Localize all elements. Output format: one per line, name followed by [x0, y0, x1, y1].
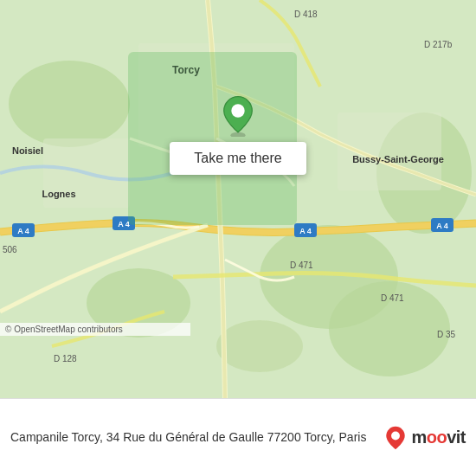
svg-text:D 128: D 128	[54, 354, 77, 363]
address-text: Campanile Torcy, 34 Rue du Général de Ga…	[10, 429, 375, 447]
location-pin-icon	[217, 95, 259, 137]
map-copyright: © OpenStreetMap contributors	[0, 323, 190, 336]
svg-point-31	[231, 104, 244, 117]
map-container[interactable]: A 4 A 4 A 4 A 4 D 418 D 217b D 471 D 471…	[0, 0, 476, 398]
moovit-logo: moovit	[383, 426, 466, 450]
svg-text:Lognes: Lognes	[42, 189, 75, 199]
svg-text:D 35: D 35	[437, 330, 456, 339]
svg-text:A 4: A 4	[17, 227, 29, 235]
svg-point-1	[9, 61, 130, 147]
svg-text:A 4: A 4	[118, 220, 130, 228]
svg-text:A 4: A 4	[436, 222, 448, 230]
svg-text:D 471: D 471	[381, 293, 404, 303]
svg-text:D 471: D 471	[290, 261, 313, 270]
svg-point-32	[391, 431, 400, 440]
svg-point-6	[216, 320, 303, 372]
address-label: Campanile Torcy, 34 Rue du Général de Ga…	[10, 430, 366, 444]
svg-text:D 418: D 418	[294, 10, 318, 19]
svg-text:Noisiel: Noisiel	[12, 145, 43, 156]
svg-text:A 4: A 4	[299, 227, 312, 235]
map-svg: A 4 A 4 A 4 A 4 D 418 D 217b D 471 D 471…	[0, 0, 476, 398]
svg-text:Bussy-Saint-George: Bussy-Saint-George	[352, 154, 444, 164]
moovit-pin-icon	[383, 426, 408, 450]
take-me-there-button[interactable]: Take me there	[170, 142, 306, 175]
bottom-bar: Campanile Torcy, 34 Rue du Général de Ga…	[0, 398, 476, 476]
svg-text:506: 506	[3, 245, 17, 254]
copyright-text: © OpenStreetMap contributors	[5, 325, 123, 334]
svg-text:D 217b: D 217b	[424, 40, 453, 49]
popup-card: Take me there	[132, 95, 344, 175]
moovit-logo-text: moovit	[411, 428, 466, 447]
